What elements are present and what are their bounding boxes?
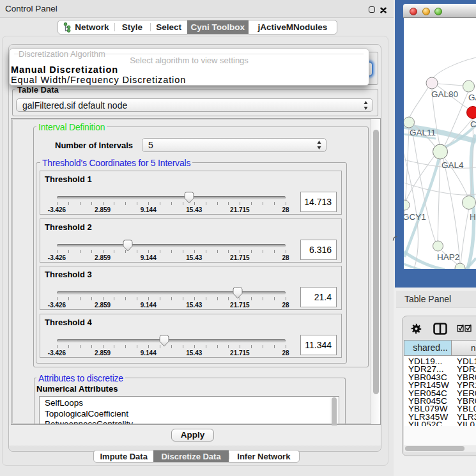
svg-text:HAP2: HAP2 [437,252,459,262]
svg-text:C: C [470,119,476,129]
svg-text:H: H [470,212,476,222]
svg-text:GAL11: GAL11 [410,128,436,137]
svg-text:GAL80: GAL80 [431,89,458,99]
svg-text:GAL4: GAL4 [441,160,464,170]
svg-text:GA: GA [468,93,476,102]
svg-text:GCY1: GCY1 [404,212,426,222]
